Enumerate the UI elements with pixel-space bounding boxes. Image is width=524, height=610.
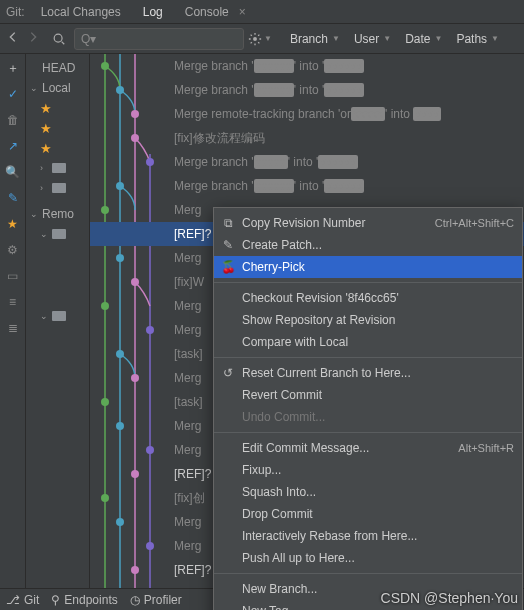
watermark: CSDN @Stephen·You: [381, 590, 518, 606]
ctx-copy-revision[interactable]: ⧉Copy Revision NumberCtrl+Alt+Shift+C: [214, 212, 522, 234]
reset-icon: ↺: [220, 366, 236, 380]
tab-console[interactable]: Console: [181, 3, 233, 21]
back-icon[interactable]: [6, 30, 20, 47]
branch-item[interactable]: ★: [26, 98, 89, 118]
separator: [214, 357, 522, 358]
search-icon[interactable]: [46, 26, 72, 52]
commit-row[interactable]: Merge branch 'xxxxx' into 'xxxxxx: [90, 150, 524, 174]
branch-dropdown[interactable]: Branch▼: [284, 32, 346, 46]
branch-item[interactable]: ★: [26, 138, 89, 158]
ctx-cherry-pick[interactable]: 🍒Cherry-Pick: [214, 256, 522, 278]
commit-row[interactable]: [fix]修改流程编码: [90, 126, 524, 150]
ctx-drop-commit[interactable]: Drop Commit: [214, 503, 522, 525]
close-icon[interactable]: ×: [239, 5, 246, 19]
push-icon[interactable]: ↗: [5, 138, 21, 154]
edit-icon[interactable]: ✎: [5, 190, 21, 206]
separator: [214, 432, 522, 433]
date-dropdown[interactable]: Date▼: [399, 32, 448, 46]
delete-icon[interactable]: 🗑: [5, 112, 21, 128]
commit-row[interactable]: Merge remote-tracking branch 'orxxxxx' i…: [90, 102, 524, 126]
filter-search-icon: Q▾: [81, 32, 96, 46]
ctx-fixup[interactable]: Fixup...: [214, 459, 522, 481]
ctx-show-repo[interactable]: Show Repository at Revision: [214, 309, 522, 331]
cherry-icon: 🍒: [220, 260, 236, 274]
forward-icon[interactable]: [26, 30, 40, 47]
head-node[interactable]: HEAD: [26, 58, 89, 78]
ctx-checkout-revision[interactable]: Checkout Revision '8f46cc65': [214, 287, 522, 309]
filter-settings-icon[interactable]: ▼: [248, 32, 272, 46]
ctx-create-patch[interactable]: ✎Create Patch...: [214, 234, 522, 256]
paths-dropdown[interactable]: Paths▼: [450, 32, 505, 46]
separator: [214, 282, 522, 283]
favorite-icon[interactable]: ★: [5, 216, 21, 232]
ctx-squash[interactable]: Squash Into...: [214, 481, 522, 503]
ctx-push-all[interactable]: Push All up to Here...: [214, 547, 522, 569]
branch-item[interactable]: ★: [26, 118, 89, 138]
commit-row[interactable]: Merge branch 'xxxxxx' into 'xxxxxx: [90, 78, 524, 102]
expand-icon[interactable]: ≡: [5, 294, 21, 310]
remote-folder[interactable]: ⌄: [26, 224, 89, 244]
ctx-undo-commit: Undo Commit...: [214, 406, 522, 428]
commit-row[interactable]: Merge branch 'xxxxxx' into 'xxxxxx: [90, 54, 524, 78]
separator: [214, 573, 522, 574]
search-tool-icon[interactable]: 🔍: [5, 164, 21, 180]
git-label: Git:: [6, 5, 25, 19]
update-icon[interactable]: ✓: [5, 86, 21, 102]
collapse-icon[interactable]: ≣: [5, 320, 21, 336]
cog-icon[interactable]: ⚙: [5, 242, 21, 258]
ctx-compare-local[interactable]: Compare with Local: [214, 331, 522, 353]
profiler-button[interactable]: ◷ Profiler: [130, 593, 182, 607]
log-filter-input[interactable]: Q▾: [74, 28, 244, 50]
copy-icon: ⧉: [220, 216, 236, 230]
commit-row[interactable]: Merge branch 'xxxxxx' into 'xxxxxx: [90, 174, 524, 198]
context-menu: ⧉Copy Revision NumberCtrl+Alt+Shift+C ✎C…: [213, 207, 523, 610]
refs-tree: HEAD ⌄Local ★ ★ ★ › › ⌄Remo ⌄ ⌄: [26, 54, 90, 590]
left-toolbar: ＋ ✓ 🗑 ↗ 🔍 ✎ ★ ⚙ ▭ ≡ ≣: [0, 54, 26, 590]
ctx-edit-message[interactable]: Edit Commit Message...Alt+Shift+R: [214, 437, 522, 459]
svg-point-1: [253, 37, 257, 41]
remote-folder[interactable]: ⌄: [26, 306, 89, 326]
tabs-bar: Git: Local Changes Log Console ×: [0, 0, 524, 24]
indent-icon[interactable]: ▭: [5, 268, 21, 284]
add-icon[interactable]: ＋: [5, 60, 21, 76]
nav-back-forward: [0, 30, 46, 47]
git-toolwindow-button[interactable]: ⎇ Git: [6, 593, 39, 607]
tab-local-changes[interactable]: Local Changes: [37, 3, 125, 21]
filter-dropdowns: Branch▼ User▼ Date▼ Paths▼: [284, 32, 505, 46]
user-dropdown[interactable]: User▼: [348, 32, 397, 46]
ctx-reset-branch[interactable]: ↺Reset Current Branch to Here...: [214, 362, 522, 384]
branch-folder[interactable]: ›: [26, 158, 89, 178]
branch-folder[interactable]: ›: [26, 178, 89, 198]
svg-point-0: [54, 34, 62, 42]
log-toolbar: Q▾ ▼ Branch▼ User▼ Date▼ Paths▼: [0, 24, 524, 54]
remote-node[interactable]: ⌄Remo: [26, 204, 89, 224]
patch-icon: ✎: [220, 238, 236, 252]
tab-log[interactable]: Log: [139, 3, 167, 21]
ctx-revert-commit[interactable]: Revert Commit: [214, 384, 522, 406]
endpoints-button[interactable]: ⚲ Endpoints: [51, 593, 117, 607]
local-node[interactable]: ⌄Local: [26, 78, 89, 98]
ctx-interactive-rebase[interactable]: Interactively Rebase from Here...: [214, 525, 522, 547]
